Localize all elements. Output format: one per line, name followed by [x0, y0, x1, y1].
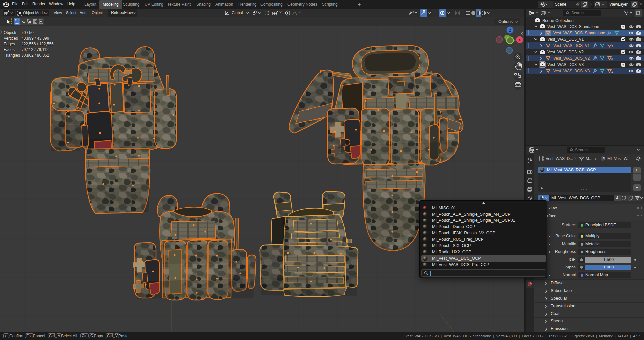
svg-text:Z: Z	[509, 28, 511, 32]
svg-text:X: X	[518, 38, 521, 42]
